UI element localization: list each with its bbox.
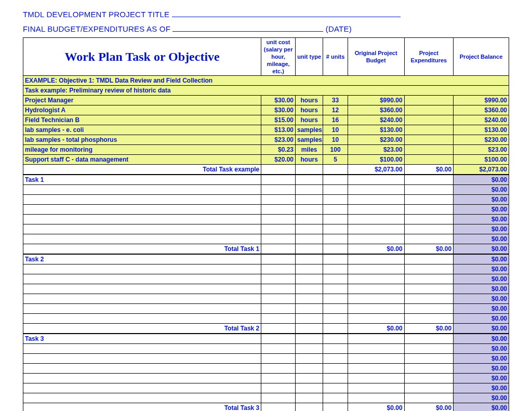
blank (296, 304, 323, 314)
blank-row: $0.00 (23, 284, 509, 294)
example-hdr2: Task example: Preliminary review of hist… (23, 86, 509, 96)
blank (323, 274, 348, 284)
example-row: Hydrologist A$30.00hours12$360.00$360.00 (23, 105, 509, 115)
blank (23, 224, 261, 234)
task-total-label: Total Task 1 (23, 244, 261, 255)
blank (296, 185, 323, 195)
blank-row: $0.00 (23, 264, 509, 274)
row-units: 12 (323, 105, 348, 115)
blank (348, 304, 404, 314)
row-type: samples (296, 125, 323, 135)
blank (296, 354, 323, 364)
task-total-bal: $0.00 (454, 403, 509, 412)
blank (261, 205, 296, 215)
row-cost: $13.00 (261, 125, 296, 135)
blank (404, 274, 454, 284)
row-type: hours (296, 155, 323, 165)
blank (23, 234, 261, 244)
blank (23, 393, 261, 403)
task-total-budget: $0.00 (348, 403, 404, 412)
blank (348, 374, 404, 383)
task-total-label: Total Task 2 (23, 324, 261, 334)
blank (348, 264, 404, 274)
blank-row: $0.00 (23, 294, 509, 304)
row-units: 33 (323, 96, 348, 105)
blank (348, 175, 404, 185)
blank (296, 294, 323, 304)
blank (261, 224, 296, 234)
blank (261, 215, 296, 224)
blank-bal: $0.00 (454, 195, 509, 205)
row-units: 5 (323, 155, 348, 165)
budget-label: FINAL BUDGET/EXPENDITURES AS OF (23, 24, 170, 33)
blank (323, 374, 348, 383)
blank-bal: $0.00 (454, 344, 509, 354)
row-label: Project Manager (23, 96, 261, 105)
row-budget: $230.00 (348, 135, 404, 145)
blank-row: $0.00 (23, 224, 509, 234)
blank-row: $0.00 (23, 364, 509, 374)
blank-bal: $0.00 (454, 205, 509, 215)
blank (23, 205, 261, 215)
blank (323, 234, 348, 244)
blank (296, 234, 323, 244)
example-row: Support staff C - data management$20.00h… (23, 155, 509, 165)
blank (261, 244, 296, 255)
row-budget: $240.00 (348, 115, 404, 125)
blank (23, 215, 261, 224)
blank (323, 175, 348, 185)
blank (23, 383, 261, 393)
blank-bal: $0.00 (454, 284, 509, 294)
row-units: 10 (323, 125, 348, 135)
blank-bal: $0.00 (454, 215, 509, 224)
blank (404, 215, 454, 224)
blank (296, 264, 323, 274)
budget-table: Work Plan Task or Objective unit cost (s… (23, 37, 509, 411)
blank (261, 383, 296, 393)
blank (261, 165, 296, 175)
row-cost: $30.00 (261, 96, 296, 105)
blank-bal: $0.00 (454, 374, 509, 383)
blank (23, 264, 261, 274)
row-exp (404, 115, 454, 125)
blank-row: $0.00 (23, 344, 509, 354)
blank (404, 264, 454, 274)
blank (23, 284, 261, 294)
blank (404, 185, 454, 195)
blank (23, 344, 261, 354)
blank (404, 254, 454, 264)
blank (261, 195, 296, 205)
title-label: TMDL DEVELOPMENT PROJECT TITLE (23, 10, 169, 19)
blank-bal: $0.00 (454, 264, 509, 274)
row-units: 100 (323, 145, 348, 155)
blank-bal: $0.00 (454, 314, 509, 324)
blank (323, 393, 348, 403)
blank (296, 175, 323, 185)
blank (404, 393, 454, 403)
blank (404, 334, 454, 344)
task-total-bal: $0.00 (454, 324, 509, 334)
blank (348, 224, 404, 234)
blank (323, 314, 348, 324)
row-budget: $100.00 (348, 155, 404, 165)
blank (261, 254, 296, 264)
row-type: hours (296, 105, 323, 115)
blank-row: $0.00 (23, 195, 509, 205)
blank (261, 294, 296, 304)
row-units: 16 (323, 115, 348, 125)
blank (323, 304, 348, 314)
blank-row: $0.00 (23, 234, 509, 244)
row-type: hours (296, 115, 323, 125)
blank-bal: $0.00 (454, 364, 509, 374)
blank (261, 374, 296, 383)
blank (261, 284, 296, 294)
row-cost: $0.23 (261, 145, 296, 155)
blank (348, 234, 404, 244)
blank (23, 364, 261, 374)
blank (404, 344, 454, 354)
title-underline (172, 9, 401, 17)
blank (23, 354, 261, 364)
blank (261, 334, 296, 344)
task-total-budget: $0.00 (348, 324, 404, 334)
blank-bal: $0.00 (454, 294, 509, 304)
